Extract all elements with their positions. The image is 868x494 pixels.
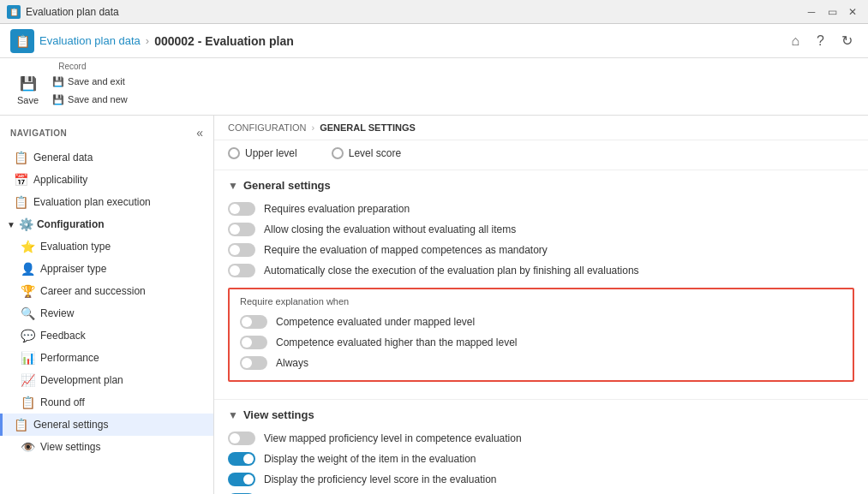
level-score-label: Level score <box>349 147 401 159</box>
toolbar-save-group: Record 💾 Save 💾 Save and exit 💾 Save and… <box>10 62 135 108</box>
view-settings-icon: 👁️ <box>21 440 35 454</box>
view-settings-arrow: ▼ <box>228 409 238 421</box>
view-settings-header[interactable]: ▼ View settings <box>228 400 854 428</box>
round-off-icon: 📋 <box>21 396 35 409</box>
require-higher-mapped-switch[interactable] <box>240 336 267 349</box>
feedback-icon: 💬 <box>21 329 35 342</box>
sidebar-group-configuration-label: Configuration <box>37 218 105 230</box>
appraiser-type-icon: 👤 <box>21 262 35 276</box>
breadcrumb-app-name[interactable]: Evaluation plan data <box>39 34 141 47</box>
development-plan-icon: 📈 <box>21 373 35 387</box>
toggle-auto-close-switch[interactable] <box>228 264 255 277</box>
sidebar-item-feedback[interactable]: 💬 Feedback <box>0 324 213 347</box>
restore-button[interactable]: ▭ <box>823 3 841 21</box>
sidebar-item-career-succession-label: Career and succession <box>40 285 146 297</box>
close-button[interactable]: ✕ <box>844 3 861 21</box>
toggle-require-mapped-label: Require the evaluation of mapped compete… <box>264 244 548 256</box>
sidebar-item-round-off-label: Round off <box>40 396 85 408</box>
config-nav-current: GENERAL SETTINGS <box>320 122 416 133</box>
content-area: CONFIGURATION › GENERAL SETTINGS Upper l… <box>214 116 868 494</box>
level-score-radio[interactable] <box>332 147 344 159</box>
toggle-eval-prep: Requires evaluation preparation <box>228 199 854 219</box>
sidebar-group-configuration[interactable]: ▼ ⚙️ Configuration <box>0 213 213 235</box>
toggle-eval-prep-label: Requires evaluation preparation <box>264 203 410 215</box>
require-always: Always <box>240 353 842 373</box>
save-new-button[interactable]: 💾 Save and new <box>45 92 135 108</box>
toggle-display-proficiency-score-switch[interactable] <box>228 473 255 486</box>
require-always-switch[interactable] <box>240 356 267 370</box>
toggle-display-proficiency-score: Display the proficiency level score in t… <box>228 469 854 490</box>
general-settings-section: ▼ General settings Requires evaluation p… <box>214 170 868 400</box>
career-succession-icon: 🏆 <box>21 284 35 298</box>
breadcrumb-app-icon: 📋 <box>10 29 34 53</box>
sidebar-item-applicability[interactable]: 📅 Applicability <box>0 169 213 191</box>
save-exit-button[interactable]: 💾 Save and exit <box>45 74 135 90</box>
configuration-icon: ⚙️ <box>19 217 33 231</box>
general-settings-header[interactable]: ▼ General settings <box>228 170 854 199</box>
help-button[interactable]: ? <box>811 31 829 51</box>
sidebar-item-appraiser-type[interactable]: 👤 Appraiser type <box>0 258 213 280</box>
config-nav-section: CONFIGURATION <box>228 122 306 133</box>
sidebar-item-round-off[interactable]: 📋 Round off <box>0 391 213 414</box>
sidebar-item-general-settings[interactable]: 📋 General settings <box>0 414 213 436</box>
sidebar-item-general-data[interactable]: 📋 General data <box>0 146 213 169</box>
sidebar-collapse-button[interactable]: « <box>196 126 203 140</box>
toggle-auto-close: Automatically close the execution of the… <box>228 260 854 281</box>
breadcrumb-record-name: 000002 - Evaluation plan <box>154 34 294 48</box>
view-settings-title: View settings <box>243 408 314 421</box>
sidebar-item-feedback-label: Feedback <box>40 330 86 342</box>
require-higher-mapped-label: Competence evaluated higher than the map… <box>276 336 518 348</box>
toggle-display-performance: Display the performance level in the eva… <box>228 490 854 494</box>
view-settings-section: ▼ View settings View mapped proficiency … <box>214 400 868 494</box>
level-row: Upper level Level score <box>214 140 868 170</box>
minimize-button[interactable]: ─ <box>803 3 820 21</box>
sidebar-header: NAVIGATION « <box>0 122 213 146</box>
config-nav-separator: › <box>311 122 314 133</box>
sidebar-item-career-succession[interactable]: 🏆 Career and succession <box>0 280 213 302</box>
toggle-view-proficiency-label: View mapped proficiency level in compete… <box>264 432 522 444</box>
review-icon: 🔍 <box>21 307 35 320</box>
sidebar-item-evaluation-type-label: Evaluation type <box>40 241 111 253</box>
upper-level-label: Upper level <box>245 147 297 159</box>
toggle-eval-prep-switch[interactable] <box>228 202 255 216</box>
sidebar-item-view-settings-label: View settings <box>40 441 100 453</box>
applicability-icon: 📅 <box>14 173 28 187</box>
require-under-mapped-switch[interactable] <box>240 315 267 329</box>
require-under-mapped-label: Competence evaluated under mapped level <box>276 316 475 328</box>
sidebar-item-execution-label: Evaluation plan execution <box>33 196 151 208</box>
save-new-icon: 💾 <box>52 94 64 105</box>
sidebar-item-performance-label: Performance <box>40 352 99 364</box>
general-settings-arrow: ▼ <box>228 180 238 192</box>
general-settings-title: General settings <box>243 179 331 192</box>
general-data-icon: 📋 <box>14 151 28 164</box>
sidebar-item-performance[interactable]: 📊 Performance <box>0 347 213 369</box>
toggle-require-mapped: Require the evaluation of mapped compete… <box>228 240 854 260</box>
require-under-mapped: Competence evaluated under mapped level <box>240 312 842 332</box>
toggle-require-mapped-switch[interactable] <box>228 243 255 257</box>
toggle-view-proficiency: View mapped proficiency level in compete… <box>228 428 854 449</box>
toggle-view-proficiency-switch[interactable] <box>228 432 255 445</box>
sidebar-item-development-plan[interactable]: 📈 Development plan <box>0 369 213 391</box>
app-icon: 📋 <box>7 5 21 19</box>
execution-icon: 📋 <box>14 195 28 209</box>
home-button[interactable]: ⌂ <box>786 31 805 51</box>
sidebar-item-appraiser-type-label: Appraiser type <box>40 263 106 275</box>
toggle-allow-closing-label: Allow closing the evaluation without eva… <box>264 223 516 235</box>
refresh-button[interactable]: ↻ <box>836 31 858 51</box>
breadcrumb: 📋 Evaluation plan data › 000002 - Evalua… <box>10 29 294 53</box>
upper-level-option[interactable]: Upper level <box>228 147 297 159</box>
config-nav: CONFIGURATION › GENERAL SETTINGS <box>214 116 868 140</box>
save-button[interactable]: 💾 Save <box>10 73 45 108</box>
sidebar-item-review[interactable]: 🔍 Review <box>0 302 213 324</box>
sidebar-item-evaluation-type[interactable]: ⭐ Evaluation type <box>0 235 213 258</box>
sidebar-item-execution[interactable]: 📋 Evaluation plan execution <box>0 191 213 213</box>
sidebar-item-review-label: Review <box>40 307 74 319</box>
toggle-display-weight-switch[interactable] <box>228 452 255 466</box>
toggle-allow-closing-switch[interactable] <box>228 223 255 236</box>
performance-icon: 📊 <box>21 351 35 365</box>
breadcrumb-actions: ⌂ ? ↻ <box>786 31 858 51</box>
sidebar-item-view-settings[interactable]: 👁️ View settings <box>0 436 213 458</box>
require-higher-mapped: Competence evaluated higher than the map… <box>240 332 842 353</box>
upper-level-radio[interactable] <box>228 147 240 159</box>
level-score-option[interactable]: Level score <box>332 147 401 159</box>
